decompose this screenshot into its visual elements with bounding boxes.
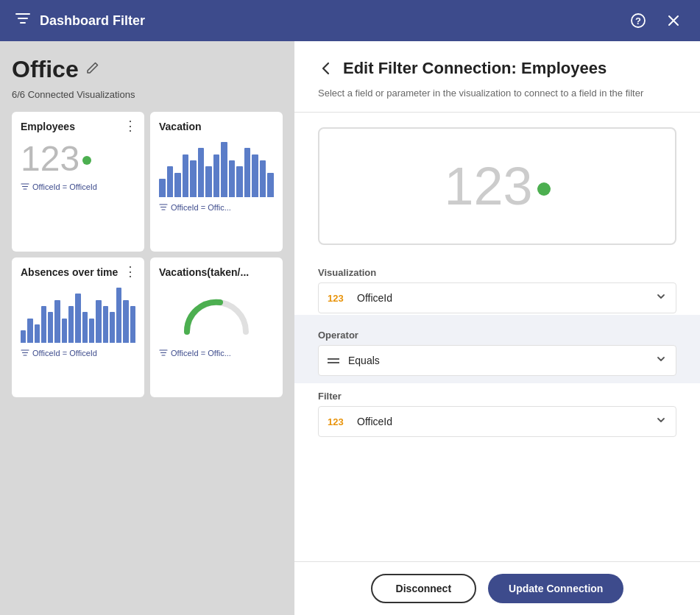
visualization-dropdown[interactable]: 123 OfficeId [318,282,676,313]
preview-kpi-dot [537,182,551,196]
viz-card-employees: Employees ⋮ 123 OfficeId = OfficeId [12,112,144,252]
filter-field-type-icon: 123 [328,416,350,427]
card-menu-employees[interactable]: ⋮ [124,119,137,132]
equals-icon [328,358,339,363]
bar [21,330,26,343]
bar [116,288,121,343]
back-button[interactable] [318,60,334,77]
card-menu-absences[interactable]: ⋮ [124,265,137,278]
bar [221,142,227,197]
office-title-container: Office [12,56,283,83]
bar [27,319,32,343]
viz-field-label: OfficeId [357,292,655,304]
bar [35,324,40,343]
filter-tag-vacation: OfficeId = Offic... [159,203,274,212]
right-panel: Edit Filter Connection: Employees Select… [294,41,700,615]
bar [68,306,74,343]
bar-chart-vacation [159,138,274,197]
right-header-top: Edit Filter Connection: Employees [318,59,676,78]
kpi-display-employees: 123 [21,141,135,177]
bar [123,300,128,343]
bar [198,148,205,197]
update-connection-button[interactable]: Update Connection [488,574,623,603]
bar [89,319,94,343]
viz-card-vacation: Vacation OfficeId = Offic... [150,112,283,252]
kpi-dot-employees [82,156,91,165]
bar [229,160,236,197]
card-title-vacations-taken: Vacations(taken/... [159,266,274,278]
visualization-section-label: Visualization [318,260,676,282]
bar [183,154,189,197]
edit-icon[interactable] [86,61,99,78]
svg-text:?: ? [635,15,641,26]
right-title: Edit Filter Connection: Employees [343,59,607,78]
visualization-section: Visualization 123 OfficeId [294,260,700,315]
bar [48,312,53,343]
bar [190,160,197,197]
filter-section: Filter 123 OfficeId [294,383,700,438]
bar [41,306,46,343]
operator-value-label: Equals [348,355,655,366]
operator-chevron-icon [655,353,667,368]
gauge-vacations [159,284,274,343]
filter-dropdown[interactable]: 123 OfficeId [318,406,676,437]
header-left: Dashboard Filter [15,11,145,31]
bar [54,300,60,343]
bar [82,312,88,343]
bar-chart-absences [21,284,135,343]
header: Dashboard Filter ? [0,0,700,41]
bar [159,179,166,197]
bar [252,154,258,197]
bar [167,166,174,197]
office-title-text: Office [12,56,79,83]
help-button[interactable]: ? [626,9,650,32]
filter-field-label: OfficeId [357,416,655,427]
bar [236,166,243,197]
bar [260,160,266,197]
filter-tag-absences: OfficeId = OfficeId [21,349,135,358]
kpi-value-employees: 123 [21,141,79,177]
right-footer: Disconnect Update Connection [294,561,700,615]
bar [244,148,251,197]
bar [267,173,274,197]
preview-box: 123 [318,127,676,245]
operator-section: Operator Equals [294,315,700,383]
filter-tag-vacations-taken: OfficeId = Offic... [159,349,274,358]
preview-kpi-value: 123 [444,156,532,216]
header-title: Dashboard Filter [40,13,145,29]
card-title-vacation: Vacation [159,121,274,132]
filter-chevron-icon [655,414,667,429]
bar [96,300,101,343]
close-button[interactable] [662,9,685,32]
filter-section-label: Filter [318,383,676,406]
card-title-employees: Employees [21,121,135,132]
cards-grid: Employees ⋮ 123 OfficeId = OfficeId Vaca… [12,112,283,397]
operator-dropdown[interactable]: Equals [318,345,676,376]
disconnect-button[interactable]: Disconnect [371,574,476,603]
bar [103,306,108,343]
bar [213,154,220,197]
bar [205,166,212,197]
left-panel: Office 6/6 Connected Visualizations Empl… [0,41,294,615]
bar [110,312,115,343]
viz-field-type-icon: 123 [328,293,350,304]
viz-chevron-icon [655,291,667,305]
right-subtitle: Select a field or parameter in the visua… [318,87,676,100]
filter-tag-employees: OfficeId = OfficeId [21,182,135,191]
bar [174,173,181,197]
bar [62,319,67,343]
viz-card-vacations-taken: Vacations(taken/... OfficeId = Offic... [150,257,283,397]
bar [130,306,135,343]
bar [75,294,80,343]
card-title-absences: Absences over time [21,266,135,278]
header-icons: ? [626,9,685,32]
right-header: Edit Filter Connection: Employees Select… [294,41,700,113]
main-layout: Office 6/6 Connected Visualizations Empl… [0,41,700,615]
connected-label: 6/6 Connected Visualizations [12,89,283,100]
filter-icon [15,11,31,31]
viz-card-absences: Absences over time ⋮ OfficeId = OfficeId [12,257,144,397]
operator-section-label: Operator [318,322,676,345]
